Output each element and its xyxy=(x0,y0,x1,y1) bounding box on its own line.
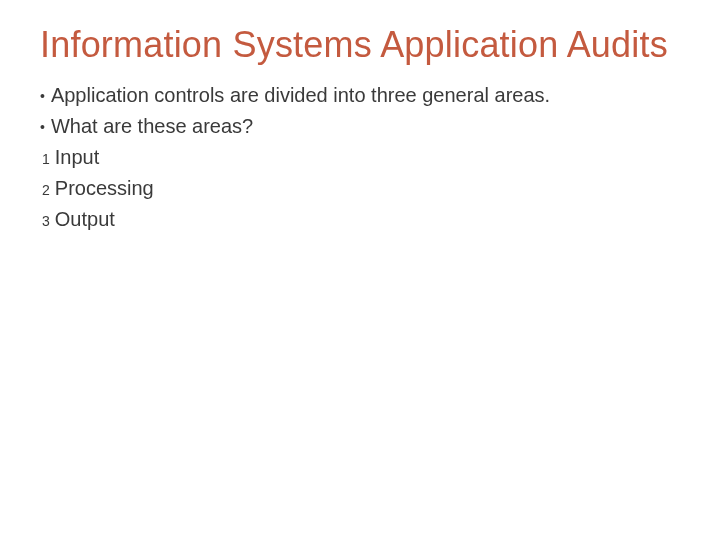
bullet-icon: • xyxy=(40,117,45,139)
bullet-text: What are these areas? xyxy=(51,111,253,142)
bullet-text: Application controls are divided into th… xyxy=(51,80,550,111)
number-marker: 1 xyxy=(42,149,50,171)
numbered-text: Processing xyxy=(55,173,154,204)
slide-body: • Application controls are divided into … xyxy=(40,80,680,235)
numbered-text: Output xyxy=(55,204,115,235)
numbered-item: 1 Input xyxy=(40,142,680,173)
numbered-item: 3 Output xyxy=(40,204,680,235)
number-marker: 2 xyxy=(42,180,50,202)
numbered-item: 2 Processing xyxy=(40,173,680,204)
bullet-icon: • xyxy=(40,86,45,108)
bullet-item: • Application controls are divided into … xyxy=(40,80,680,111)
slide-title: Information Systems Application Audits xyxy=(40,24,680,66)
number-marker: 3 xyxy=(42,211,50,233)
bullet-item: • What are these areas? xyxy=(40,111,680,142)
numbered-text: Input xyxy=(55,142,99,173)
